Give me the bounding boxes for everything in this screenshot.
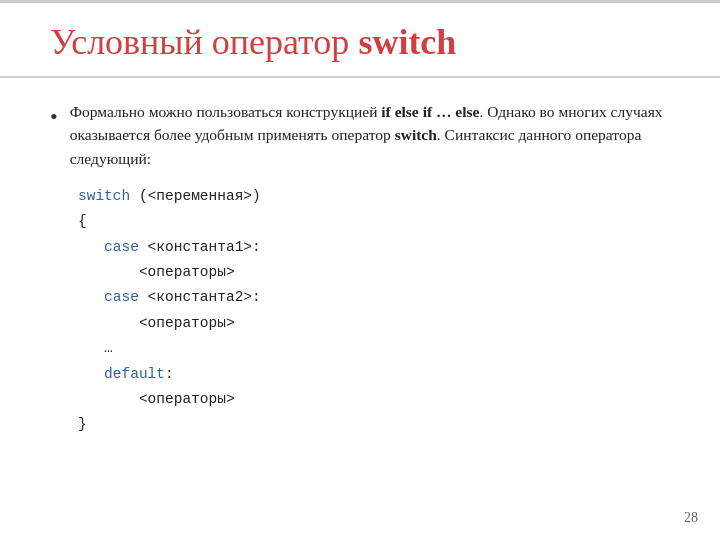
title-prefix: Условный оператор [50, 22, 358, 62]
bullet-item: • Формально можно пользоваться конструкц… [50, 100, 670, 170]
code-line-2: { [78, 209, 670, 234]
code-line-3: case <константа1>: [78, 235, 670, 260]
code-var: <переменная> [148, 188, 252, 204]
title-area: Условный оператор switch [0, 3, 720, 76]
kw-case1: case [104, 239, 139, 255]
code-block: switch (<переменная>) { case <константа1… [78, 184, 670, 438]
code-line-1: switch (<переменная>) [78, 184, 670, 209]
content-area: • Формально можно пользоваться конструкц… [0, 78, 720, 540]
bullet-text: Формально можно пользоваться конструкцие… [70, 100, 670, 170]
inline-bold-ifelse: if else if … else [381, 103, 479, 120]
kw-case2: case [104, 289, 139, 305]
slide: Условный оператор switch • Формально мож… [0, 0, 720, 540]
kw-default: default [104, 366, 165, 382]
code-line-5: case <константа2>: [78, 285, 670, 310]
kw-switch: switch [78, 188, 130, 204]
code-line-8: default: [78, 362, 670, 387]
code-line-7: … [78, 336, 670, 361]
title-bold: switch [358, 22, 456, 62]
code-line-6: <операторы> [78, 311, 670, 336]
slide-title: Условный оператор switch [50, 21, 670, 64]
page-number: 28 [684, 510, 698, 526]
bullet-dot: • [50, 102, 58, 133]
inline-bold-switch: switch [395, 126, 437, 143]
code-line-4: <операторы> [78, 260, 670, 285]
code-line-10: } [78, 412, 670, 437]
code-line-9: <операторы> [78, 387, 670, 412]
